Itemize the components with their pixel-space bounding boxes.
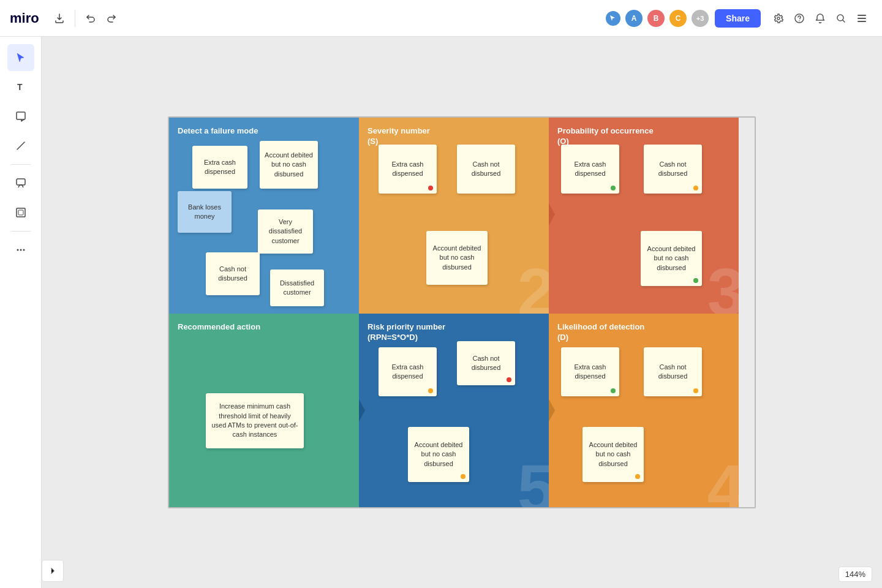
dot-green-2 [693,278,698,283]
avatar-user2: B [646,9,666,28]
sticky-cash-not-severity[interactable]: Cash not disbursed [457,145,515,194]
svg-rect-10 [17,208,25,217]
cell-likelihood-title: Likelihood of detection(D) [557,322,644,343]
svg-rect-11 [18,210,23,215]
settings-icon[interactable] [768,9,789,28]
svg-rect-5 [858,21,866,22]
svg-rect-4 [858,18,866,19]
sticky-account-debited-severity[interactable]: Account debited but no cash disbursed [426,231,488,285]
svg-rect-3 [858,15,866,16]
cell-probability-title: Probability of occurrence(O) [557,126,654,147]
dot-red-rpn [507,377,511,382]
dot-orange-likelihood [693,388,698,393]
sticky-dissatisfied-detect[interactable]: Dissatisfied customer [270,270,324,306]
svg-line-8 [17,142,24,149]
toolbar-divider-2 [11,231,31,232]
more-tools[interactable] [7,236,34,263]
board-list-icon[interactable] [851,9,872,28]
text-tool[interactable]: T [7,74,34,100]
sticky-bank-loses-detect[interactable]: Bank loses money [178,191,232,233]
cell-rpn-title: Risk priority number(RPN=S*O*D) [368,322,445,343]
cell-action-title: Recommended action [178,322,260,333]
cell-severity: Severity number(S) 2 Extra cash dispense… [359,118,549,314]
sticky-note-tool[interactable] [7,103,34,130]
svg-marker-18 [549,397,555,424]
notifications-icon[interactable] [810,9,831,28]
sticky-extra-cash-detect[interactable]: Extra cash dispensed [192,146,247,189]
export-button[interactable] [49,9,70,28]
sticky-extra-cash-likelihood[interactable]: Extra cash dispensed [561,347,619,396]
comment-tool[interactable] [7,170,34,197]
cell-detect: Detect a failure mode Extra cash dispens… [169,118,359,314]
dot-green-1 [611,186,616,190]
undo-button[interactable] [80,9,101,28]
sticky-extra-cash-severity[interactable]: Extra cash dispensed [379,145,437,194]
sticky-account-debited-detect[interactable]: Account debited but no cash disbursed [260,141,318,189]
svg-marker-17 [359,397,365,424]
svg-point-14 [23,249,24,251]
svg-marker-16 [549,201,555,228]
line-tool[interactable] [7,132,34,159]
sticky-account-debited-prob[interactable]: Account debited but no cash disbursed [641,231,702,286]
svg-point-12 [17,249,18,251]
avatar-user1: A [624,9,644,28]
cell-detect-title: Detect a failure mode [178,126,258,137]
sticky-cash-not-detect[interactable]: Cash not disbursed [206,252,260,295]
svg-point-1 [799,20,800,21]
sticky-account-debited-rpn[interactable]: Account debited but no cash disbursed [408,427,469,482]
avatar-user3: C [668,9,688,28]
svg-point-0 [795,14,804,23]
sticky-cash-not-likelihood[interactable]: Cash not disbursed [644,347,702,396]
sticky-account-debited-likelihood[interactable]: Account debited but no cash disbursed [582,427,644,482]
app-logo: miro [10,10,39,26]
diagram-board: Detect a failure mode Extra cash dispens… [168,116,756,508]
share-button[interactable]: Share [715,9,761,28]
cell-rpn: Risk priority number(RPN=S*O*D) 5 Extra … [359,314,549,508]
svg-text:T: T [17,82,23,92]
dot-orange-rpn1 [428,388,433,393]
collaborators: A B C +3 [605,9,710,28]
separator [75,10,75,27]
zoom-level: 144% [839,567,872,582]
canvas-area: Detect a failure mode Extra cash dispens… [42,37,882,588]
svg-point-13 [20,249,21,251]
sticky-cash-not-rpn[interactable]: Cash not disbursed [457,341,515,385]
dot-orange-1 [693,186,698,190]
dot-orange-rpn2 [461,474,466,479]
redo-button[interactable] [101,9,122,28]
sticky-cash-not-prob[interactable]: Cash not disbursed [644,145,702,194]
frame-tool[interactable] [7,199,34,226]
svg-rect-7 [17,112,25,119]
sticky-extra-cash-rpn[interactable]: Extra cash dispensed [379,347,437,396]
sticky-very-dissatisfied-detect[interactable]: Very dissatisfied customer [258,209,313,254]
dot-green-likelihood1 [611,388,616,393]
toolbar-sidebar: T [0,37,42,588]
sticky-recommendation[interactable]: Increase minimum cash threshold limit of… [206,393,304,448]
dot-red-1 [428,186,433,190]
cursor-icon [605,10,622,27]
cell-likelihood: Likelihood of detection(D) 4 Extra cash … [549,314,739,508]
svg-rect-9 [17,179,25,185]
collapse-sidebar-button[interactable] [42,560,64,582]
cell-action: Recommended action Increase minimum cash… [169,314,359,508]
dot-orange-likelihood2 [635,474,640,479]
search-icon[interactable] [831,9,851,28]
sticky-extra-cash-prob[interactable]: Extra cash dispensed [561,145,619,194]
cell-severity-title: Severity number(S) [368,126,430,147]
select-tool[interactable] [7,44,34,71]
cell-probability: Probability of occurrence(O) 3 Extra cas… [549,118,739,314]
topbar: miro A B C +3 Share [0,0,882,37]
avatar-extra: +3 [690,9,710,28]
help-icon[interactable] [789,9,810,28]
toolbar-divider [11,164,31,165]
